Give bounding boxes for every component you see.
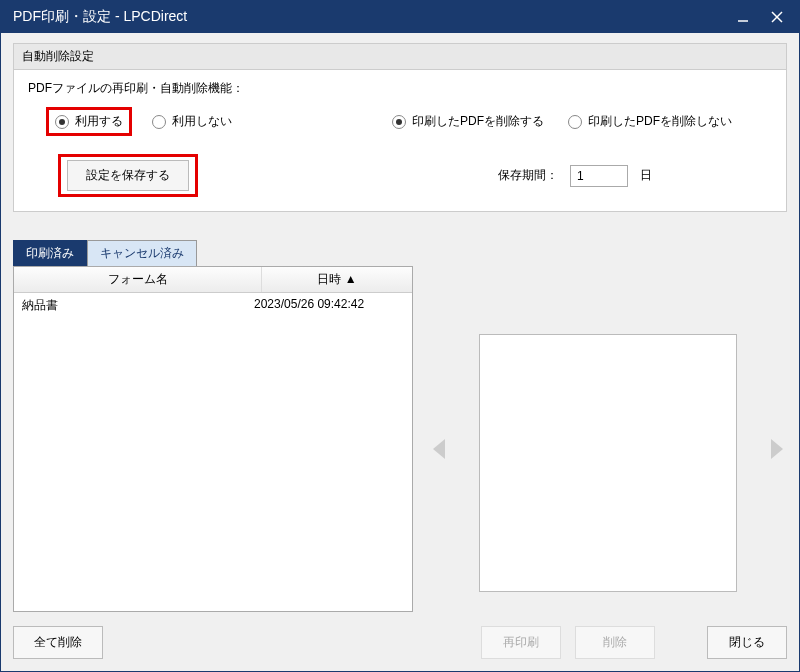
radio-use-label: 利用する	[75, 113, 123, 130]
settings-subtitle: PDFファイルの再印刷・自動削除機能：	[28, 80, 772, 97]
highlight-use-radio: 利用する	[46, 107, 132, 136]
retention-label: 保存期間：	[498, 167, 558, 184]
preview-area	[429, 266, 787, 612]
radio-icon	[152, 115, 166, 129]
tab-cancelled[interactable]: キャンセル済み	[87, 240, 197, 266]
radio-icon	[568, 115, 582, 129]
preview-next-button[interactable]	[771, 439, 783, 459]
close-icon	[771, 11, 783, 23]
preview-canvas	[479, 334, 737, 592]
list-cell-date: 2023/05/26 09:42:42	[254, 297, 404, 314]
list-cell-form: 納品書	[22, 297, 254, 314]
settings-header: 自動削除設定	[14, 44, 786, 70]
lower-area: 印刷済み キャンセル済み フォーム名 日時 ▲ 納品書 2023/05/26 0…	[13, 240, 787, 659]
delete-all-button[interactable]: 全て削除	[13, 626, 103, 659]
tab-printed[interactable]: 印刷済み	[13, 240, 87, 266]
close-dialog-button[interactable]: 閉じる	[707, 626, 787, 659]
delete-button[interactable]: 削除	[575, 626, 655, 659]
radio-keep-label: 印刷したPDFを削除しない	[588, 113, 732, 130]
save-settings-button[interactable]: 設定を保存する	[67, 160, 189, 191]
delete-pdf-radio-group: 印刷したPDFを削除する 印刷したPDFを削除しない	[392, 113, 732, 130]
print-history-list: フォーム名 日時 ▲ 納品書 2023/05/26 09:42:42	[13, 266, 413, 612]
list-header: フォーム名 日時 ▲	[14, 267, 412, 293]
tab-bar: 印刷済み キャンセル済み	[13, 240, 787, 266]
column-header-form[interactable]: フォーム名	[14, 267, 262, 292]
right-button-group: 再印刷 削除 閉じる	[481, 626, 787, 659]
gap	[669, 626, 693, 659]
window-title: PDF印刷・設定 - LPCDirect	[13, 8, 735, 26]
radio-dont-use[interactable]: 利用しない	[152, 113, 232, 130]
list-item[interactable]: 納品書 2023/05/26 09:42:42	[14, 293, 412, 318]
list-preview-row: フォーム名 日時 ▲ 納品書 2023/05/26 09:42:42	[13, 266, 787, 612]
radio-keep-pdf[interactable]: 印刷したPDFを削除しない	[568, 113, 732, 130]
minimize-button[interactable]	[735, 9, 751, 25]
content-area: 自動削除設定 PDFファイルの再印刷・自動削除機能： 利用する 利	[1, 33, 799, 671]
preview-prev-button[interactable]	[433, 439, 445, 459]
radio-dontuse-label: 利用しない	[172, 113, 232, 130]
retention-input[interactable]	[570, 165, 628, 187]
retention-unit: 日	[640, 167, 652, 184]
radio-icon	[55, 115, 69, 129]
radio-delete-pdf[interactable]: 印刷したPDFを削除する	[392, 113, 544, 130]
auto-delete-settings-panel: 自動削除設定 PDFファイルの再印刷・自動削除機能： 利用する 利	[13, 43, 787, 212]
minimize-icon	[737, 11, 749, 23]
highlight-save-button: 設定を保存する	[58, 154, 198, 197]
window-controls	[735, 9, 791, 25]
list-body: 納品書 2023/05/26 09:42:42	[14, 293, 412, 611]
retention-period: 保存期間： 日	[498, 165, 652, 187]
use-feature-radio-group: 利用する 利用しない	[46, 107, 232, 136]
reprint-button[interactable]: 再印刷	[481, 626, 561, 659]
bottom-button-bar: 全て削除 再印刷 削除 閉じる	[13, 612, 787, 659]
radio-icon	[392, 115, 406, 129]
column-header-date[interactable]: 日時 ▲	[262, 267, 412, 292]
close-button[interactable]	[769, 9, 785, 25]
radio-use[interactable]: 利用する	[55, 113, 123, 130]
titlebar: PDF印刷・設定 - LPCDirect	[1, 1, 799, 33]
app-window: PDF印刷・設定 - LPCDirect 自動削除設定 PDFファイルの再印刷・…	[0, 0, 800, 672]
settings-row-save: 設定を保存する 保存期間： 日	[28, 154, 772, 197]
radio-delete-label: 印刷したPDFを削除する	[412, 113, 544, 130]
settings-row-radios: 利用する 利用しない 印刷したPDFを削除する	[28, 107, 772, 136]
settings-body: PDFファイルの再印刷・自動削除機能： 利用する 利用しない	[14, 70, 786, 211]
